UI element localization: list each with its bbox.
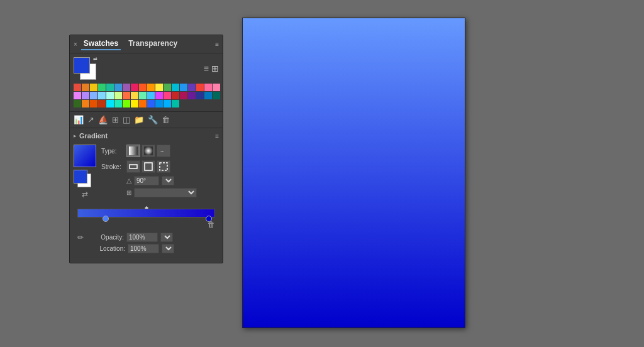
color-cell[interactable] [164,84,171,91]
color-cell[interactable] [74,100,81,107]
color-cell[interactable] [147,92,155,99]
color-cell[interactable] [139,92,147,99]
gradient-collapse-icon[interactable]: ▸ [74,133,77,139]
color-cell[interactable] [188,92,196,99]
color-cell[interactable] [106,84,114,91]
type-linear-btn[interactable] [126,145,140,157]
gradient-small-icon[interactable]: ⇄ [82,190,88,199]
new-swatch-icon[interactable]: 📊 [74,115,84,124]
stroke-btn-1[interactable] [126,160,140,173]
color-cell[interactable] [155,84,163,91]
gradient-slider-actions: 🗑 [77,220,215,229]
type-freeform-btn[interactable]: ~ [157,145,170,157]
close-icon[interactable]: × [74,41,77,48]
type-radial-btn[interactable] [142,145,155,157]
color-cell[interactable] [196,84,204,91]
color-cell[interactable] [82,100,89,107]
gradient-stroke-box [74,170,96,187]
angle-input[interactable] [134,176,159,185]
color-cell[interactable] [155,100,163,107]
opacity-input[interactable] [126,233,158,242]
color-cell[interactable] [213,84,220,91]
color-cell[interactable] [74,92,81,99]
color-cell[interactable] [106,92,114,99]
grid-view-icon[interactable]: ⊞ [211,63,219,74]
color-cell[interactable] [114,84,122,91]
list-view-icon[interactable]: ≡ [204,63,209,74]
color-cell[interactable] [98,84,106,91]
color-cell[interactable] [106,100,114,107]
panel-menu-icon[interactable]: ≡ [215,41,219,48]
gradient-preview[interactable] [74,145,96,167]
color-cell[interactable] [98,100,106,107]
location-dropdown[interactable]: ▼ [162,244,174,253]
gradient-menu-icon[interactable]: ≡ [215,133,219,140]
add-icon[interactable]: ↗ [87,115,94,124]
color-cell[interactable] [131,92,138,99]
color-cell[interactable] [82,92,89,99]
gradient-stop-right[interactable] [206,216,212,222]
gradient-header: ▸ Gradient ≡ [74,132,219,140]
layout-icon[interactable]: ◫ [123,115,130,124]
color-cell[interactable] [90,92,97,99]
svg-rect-6 [144,162,153,171]
color-cell[interactable] [172,84,179,91]
tab-swatches[interactable]: Swatches [81,38,121,50]
color-cell[interactable] [172,100,179,107]
angle-dropdown[interactable]: ▼ [162,176,174,185]
gradient-title-row: ▸ Gradient [74,132,108,140]
delete-swatch-icon[interactable]: 🗑 [162,115,170,124]
color-cell[interactable] [98,92,106,99]
location-row: Location: ▼ [77,244,215,253]
aspect-icon: ⊞ [126,189,131,196]
color-cell[interactable] [74,84,81,91]
color-cell[interactable] [164,100,171,107]
gradient-title: Gradient [79,132,108,140]
eyedropper-icon[interactable]: ✏ [77,233,84,242]
color-cell[interactable] [147,84,155,91]
color-cell[interactable] [147,100,155,107]
tab-transparency[interactable]: Transparency [126,38,180,50]
toolbar-row: 📊 ↗ ⛵ ⊞ ◫ 📁 🔧 🗑 [70,112,223,128]
swatch-selected-colors[interactable]: ⇄ [74,57,96,80]
color-cell[interactable] [172,92,179,99]
swatch-view-icons: ≡ ⊞ [204,63,219,74]
stroke-btn-3[interactable] [157,160,170,173]
color-cell[interactable] [131,84,138,91]
color-cell[interactable] [139,100,147,107]
color-cell[interactable] [82,84,89,91]
color-cell[interactable] [131,100,138,107]
color-cell[interactable] [188,84,196,91]
gradient-stop-left[interactable] [103,216,109,222]
canvas-document [242,18,465,328]
color-cell[interactable] [123,92,130,99]
svg-rect-0 [129,146,138,155]
opacity-dropdown[interactable]: ▼ [160,233,173,242]
stroke-btn-2[interactable] [142,160,155,173]
color-cell[interactable] [164,92,171,99]
color-cell[interactable] [180,92,187,99]
gradient-slider-container: ◆ [77,209,215,218]
color-cell[interactable] [155,92,163,99]
settings-icon[interactable]: 🔧 [148,115,158,124]
color-cell[interactable] [196,92,204,99]
folder-icon[interactable]: 📁 [134,115,144,124]
color-cell[interactable] [204,84,212,91]
color-cell[interactable] [114,92,122,99]
color-cell[interactable] [90,100,97,107]
color-cell[interactable] [90,84,97,91]
location-input[interactable] [128,244,159,253]
color-cell[interactable] [204,92,212,99]
color-cell[interactable] [180,84,187,91]
color-cell[interactable] [139,84,147,91]
stroke-buttons [126,160,170,173]
library-icon[interactable]: ⛵ [98,115,108,124]
color-cell[interactable] [213,92,220,99]
gradient-bar[interactable] [77,209,215,218]
gradient-slider-section: ◆ 🗑 ✏ Opacity: ▼ Location: [74,209,219,259]
color-cell[interactable] [123,100,130,107]
color-cell[interactable] [114,100,122,107]
aspect-dropdown[interactable] [134,188,197,197]
color-cell[interactable] [123,84,130,91]
grid-icon[interactable]: ⊞ [112,115,119,124]
